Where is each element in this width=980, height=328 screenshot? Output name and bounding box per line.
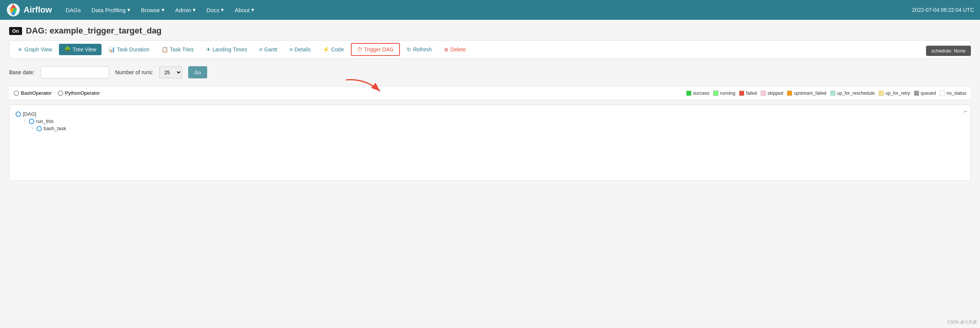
success-color — [686, 91, 692, 96]
skipped-color — [760, 91, 766, 96]
nav-admin-link[interactable]: Admin ▾ — [171, 4, 201, 16]
bash-operator-radio[interactable] — [14, 91, 19, 96]
resize-icon: ⌐ — [964, 108, 967, 115]
tab-tree-view[interactable]: 🌳 Tree View — [59, 44, 102, 55]
schedule-badge: schedule: None — [926, 46, 971, 56]
python-operator-filter[interactable]: PythonOperator — [58, 90, 100, 96]
chevron-down-icon: ▾ — [221, 6, 224, 13]
tab-gantt[interactable]: ≡ Gantt — [254, 44, 282, 55]
nav-item-docs[interactable]: Docs ▾ — [202, 4, 229, 16]
nav-about-link[interactable]: About ▾ — [230, 4, 258, 16]
bash-operator-filter[interactable]: BashOperator — [14, 90, 52, 96]
nav-item-admin[interactable]: Admin ▾ — [171, 4, 201, 16]
brand-label: Airflow — [24, 5, 52, 15]
base-date-input[interactable] — [41, 66, 109, 78]
dag-header: On DAG: example_trigger_target_dag — [9, 26, 971, 36]
controls-row: Base date: Number of runs: 5 10 25 50 10… — [9, 66, 971, 78]
tree-node-bash-task[interactable]: └ bash_task — [31, 126, 964, 131]
chevron-down-icon: ▾ — [162, 6, 165, 13]
on-badge[interactable]: On — [9, 27, 22, 35]
nav-item-browse[interactable]: Browse ▾ — [137, 4, 169, 16]
tree-icon: 🌳 — [64, 46, 71, 53]
plane-icon: ✈ — [206, 46, 211, 53]
dag-node-label: [DAG] — [23, 111, 36, 117]
reschedule-color — [830, 91, 835, 96]
datetime-display: 2022-07-04 08:22:04 UTC — [912, 7, 974, 13]
watermark: CSDN @七天派 — [947, 319, 977, 325]
nav-data-profiling-link[interactable]: Data Profiling ▾ — [87, 4, 135, 16]
tree-view-area: ⌐ [DAG] └ run_this └ bash_task — [9, 105, 971, 181]
legend-row: BashOperator PythonOperator success runn… — [9, 86, 971, 100]
tab-code[interactable]: ⚡ Code — [317, 44, 349, 55]
code-icon: ⚡ — [323, 46, 329, 53]
tab-task-tries[interactable]: 📋 Task Tries — [156, 44, 199, 55]
tab-task-duration[interactable]: 📊 Task Duration — [103, 44, 155, 55]
upstream-failed-color — [787, 91, 792, 96]
num-runs-select[interactable]: 5 10 25 50 100 — [159, 66, 182, 78]
legend-queued: queued — [914, 91, 936, 96]
refresh-icon: ↻ — [407, 46, 411, 53]
bash-task-label: bash_task — [44, 126, 66, 131]
nav-item-about[interactable]: About ▾ — [230, 4, 258, 16]
failed-color — [739, 91, 744, 96]
chevron-down-icon: ▾ — [251, 6, 254, 13]
page-title: DAG: example_trigger_target_dag — [26, 26, 162, 36]
tab-landing-times[interactable]: ✈ Landing Times — [201, 44, 252, 55]
graph-icon: ✳ — [18, 46, 22, 53]
gantt-icon: ≡ — [259, 46, 262, 53]
legend-upstream-failed: upstream_failed — [787, 91, 826, 96]
tab-delete[interactable]: ⊗ Delete — [439, 44, 471, 55]
legend-items: success running failed skipped upstream_… — [686, 91, 966, 96]
nav-item-dags[interactable]: DAGs — [61, 5, 86, 16]
no-status-color — [940, 91, 945, 96]
base-date-label: Base date: — [9, 69, 35, 75]
legend-no-status: no_status — [940, 91, 966, 96]
nav-docs-link[interactable]: Docs ▾ — [202, 4, 229, 16]
chart-icon: 📊 — [108, 46, 115, 53]
brand-link[interactable]: Airflow — [6, 3, 52, 17]
tree-connector: └ — [23, 119, 26, 124]
legend-skipped: skipped — [760, 91, 783, 96]
tree-connector-2: └ — [31, 126, 34, 131]
trigger-icon: ⏱ — [357, 46, 362, 53]
chevron-down-icon: ▾ — [127, 6, 130, 13]
tree-node-run-this[interactable]: └ run_this — [23, 118, 964, 124]
details-icon: ≡ — [289, 46, 292, 53]
running-color — [713, 91, 719, 96]
legend-success: success — [686, 91, 710, 96]
queued-color — [914, 91, 919, 96]
tab-trigger-dag[interactable]: ⏱ Trigger DAG — [351, 43, 400, 56]
operator-filters: BashOperator PythonOperator — [14, 90, 100, 96]
nav-dags-link[interactable]: DAGs — [61, 5, 86, 16]
python-operator-radio[interactable] — [58, 91, 63, 96]
go-button[interactable]: Go — [188, 66, 207, 78]
list-icon: 📋 — [162, 46, 168, 53]
num-runs-label: Number of runs: — [115, 69, 153, 75]
tab-details[interactable]: ≡ Details — [284, 44, 316, 55]
nav-browse-link[interactable]: Browse ▾ — [137, 4, 169, 16]
tab-refresh[interactable]: ↻ Refresh — [401, 44, 437, 55]
airflow-logo-icon — [6, 3, 21, 17]
legend-failed: failed — [739, 91, 757, 96]
nav-menu: DAGs Data Profiling ▾ Browse ▾ Admin ▾ D… — [61, 4, 912, 16]
retry-color — [878, 91, 884, 96]
tree-sub-children: └ bash_task — [31, 126, 964, 131]
page-content: schedule: None On DAG: example_trigger_t… — [0, 20, 980, 328]
legend-running: running — [713, 91, 735, 96]
run-this-label: run_this — [36, 118, 54, 124]
navbar: Airflow DAGs Data Profiling ▾ Browse ▾ A… — [0, 0, 980, 20]
bash-task-node-circle — [37, 126, 42, 131]
legend-up-for-reschedule: up_for_reschedule — [830, 91, 875, 96]
dag-node-circle — [16, 112, 21, 117]
tab-graph-view[interactable]: ✳ Graph View — [13, 44, 57, 55]
legend-up-for-retry: up_for_retry — [878, 91, 910, 96]
tree-node-dag[interactable]: [DAG] — [16, 111, 964, 117]
delete-icon: ⊗ — [444, 46, 449, 53]
nav-item-data-profiling[interactable]: Data Profiling ▾ — [87, 4, 135, 16]
chevron-down-icon: ▾ — [193, 6, 196, 13]
tree-children: └ run_this └ bash_task — [23, 118, 964, 131]
run-this-node-circle — [29, 119, 34, 124]
tab-bar: ✳ Graph View 🌳 Tree View 📊 Task Duration… — [9, 40, 971, 59]
